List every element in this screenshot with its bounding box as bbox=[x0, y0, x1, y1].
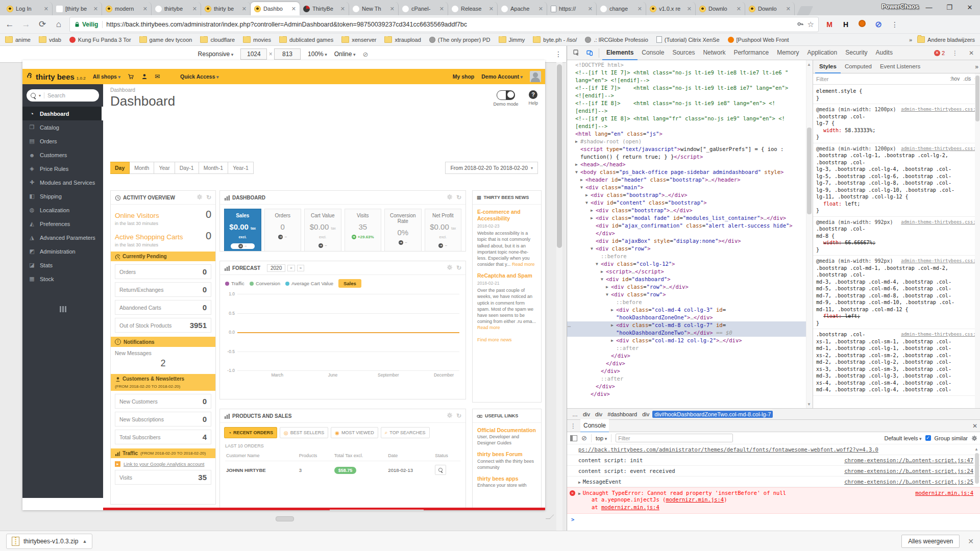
css-source-link[interactable]: admin-theme-thirtybees.css:4 bbox=[901, 106, 978, 113]
bookmark-item[interactable]: byte.ph - /iso/ bbox=[533, 36, 577, 43]
console-settings-icon[interactable] bbox=[971, 435, 977, 441]
h-extension-icon[interactable]: H bbox=[840, 20, 851, 29]
tree-line[interactable]: ▶<div class="col-md-4 col-lg-3" id= bbox=[567, 306, 806, 314]
tree-line[interactable]: <!--[if IE 8]> <html class="no-js lt-ie9… bbox=[567, 99, 806, 107]
bookmark-star-icon[interactable]: ☆ bbox=[807, 20, 814, 29]
tree-line[interactable]: ▶#shadow-root (open) bbox=[567, 138, 806, 145]
css-rule[interactable]: element.style {} bbox=[813, 86, 980, 104]
tree-toggle-icon[interactable]: ▼ bbox=[606, 291, 608, 298]
time-filter-button[interactable]: Year-1 bbox=[228, 162, 254, 174]
tree-line[interactable]: ▶<div class="bootstrap">…</div> bbox=[567, 207, 806, 214]
tree-line[interactable]: ▼<div class="col-lg-12"> bbox=[567, 260, 806, 268]
help-control[interactable]: ? Help bbox=[528, 90, 538, 107]
messages-icon[interactable]: ✉ bbox=[155, 73, 160, 80]
show-all-downloads-button[interactable]: Alles weergeven bbox=[901, 535, 960, 548]
css-source-link[interactable]: admin-theme-thirtybees.css:4 bbox=[901, 258, 978, 265]
traffic-row[interactable]: Visits35 bbox=[115, 470, 211, 485]
bookmark-item[interactable]: Kung Fu Panda 3 Tor bbox=[69, 37, 131, 43]
tree-toggle-icon[interactable]: ▼ bbox=[585, 199, 588, 207]
customers-row[interactable]: New Subscriptions0 bbox=[115, 412, 211, 427]
tree-toggle-icon[interactable]: ▶ bbox=[585, 191, 588, 199]
active-carts-link[interactable]: Active Shopping Carts bbox=[115, 233, 183, 241]
tree-line[interactable]: ::before bbox=[567, 253, 806, 260]
browser-tab[interactable]: https:// ✕ bbox=[547, 2, 597, 15]
bookmark-item[interactable]: .: IRCGlobe Professio bbox=[585, 37, 648, 43]
tree-toggle-icon[interactable]: ▶ bbox=[601, 268, 603, 276]
products-tab[interactable]: ◎BEST SELLERS bbox=[280, 427, 328, 438]
tab-close-icon[interactable]: ✕ bbox=[44, 6, 48, 12]
breadcrumb-node[interactable]: … bbox=[570, 411, 580, 418]
forecast-year-select[interactable]: 2020 bbox=[267, 264, 285, 272]
devtools-panel-tab[interactable]: Elements bbox=[602, 45, 638, 60]
home-button[interactable]: ⌂ bbox=[53, 19, 64, 30]
sidebar-menu-item[interactable]: ◩ Administration bbox=[22, 244, 103, 258]
css-rule[interactable]: admin-theme-thirtybees.css:4@media (min-… bbox=[813, 104, 980, 143]
tree-line[interactable]: lang="en"> <![endif]--> bbox=[567, 77, 806, 84]
bookmark-item[interactable]: [Pushpool Web Front bbox=[728, 37, 789, 43]
devtools-panel-tab[interactable]: Memory bbox=[773, 45, 803, 59]
tab-close-icon[interactable]: ✕ bbox=[390, 6, 395, 12]
devtools-menu-icon[interactable]: ⋮ bbox=[949, 47, 961, 59]
styles-pane-tab[interactable]: Styles bbox=[815, 60, 841, 73]
customers-row[interactable]: Total Subscribers4 bbox=[115, 430, 211, 444]
tree-line[interactable]: ▶<script>…</script> bbox=[567, 268, 806, 276]
panel-refresh-icon[interactable]: ↻ bbox=[456, 264, 461, 271]
tree-line[interactable]: </div> bbox=[567, 390, 806, 398]
browser-tab[interactable]: New Th ✕ bbox=[349, 2, 399, 15]
tree-line[interactable]: </div> bbox=[567, 367, 806, 375]
tree-line[interactable]: ▶<head>…</head> bbox=[567, 161, 806, 168]
tree-toggle-icon[interactable]: ▶ bbox=[611, 306, 614, 314]
log-levels-select[interactable]: Default levels bbox=[885, 435, 922, 441]
bookmark-item[interactable]: xtraupload bbox=[384, 36, 421, 43]
gmail-extension-icon[interactable]: M bbox=[824, 20, 835, 29]
sidebar-menu-item[interactable]: ▤ Orders bbox=[22, 134, 103, 148]
legend-item[interactable]: Average Cart Value bbox=[285, 281, 333, 286]
sidebar-menu-item[interactable]: ✚ Modules and Services bbox=[22, 176, 103, 189]
products-tab[interactable]: ⌕TOP SEARCHES bbox=[381, 427, 430, 438]
devtools-panel-tab[interactable]: Audits bbox=[872, 45, 897, 59]
tree-line[interactable]: </div> bbox=[567, 230, 806, 237]
browser-tab[interactable]: cPanel- ✕ bbox=[399, 2, 448, 15]
hand-extension-icon[interactable] bbox=[856, 20, 868, 29]
bookmark-item[interactable]: movies bbox=[243, 36, 271, 43]
products-tab[interactable]: ◔RECENT ORDERS bbox=[224, 427, 277, 438]
tree-toggle-icon[interactable]: ▼ bbox=[575, 168, 578, 176]
browser-tab[interactable]: Downlo ✕ bbox=[696, 2, 745, 15]
download-menu-caret-icon[interactable]: ▲ bbox=[82, 539, 87, 544]
zoom-select[interactable]: 100% bbox=[308, 51, 327, 58]
tree-toggle-icon[interactable]: ▶ bbox=[591, 207, 593, 214]
demo-mode-toggle[interactable] bbox=[497, 90, 515, 100]
admin-search-box[interactable]: ▾ Search bbox=[27, 89, 99, 102]
console-scroll-up-icon[interactable]: ▲ bbox=[974, 447, 978, 452]
devtools-panel-tab[interactable]: Console bbox=[638, 45, 668, 59]
read-more-link[interactable]: Read more bbox=[477, 325, 500, 330]
pending-row[interactable]: Out of Stock Products3951 bbox=[115, 318, 211, 333]
styles-more-tabs-icon[interactable]: » bbox=[975, 63, 978, 70]
tree-line[interactable]: <div id="ajaxBox" style="display:none"><… bbox=[567, 237, 806, 245]
tree-line[interactable]: ▼<div id="content" class="bootstrap"> bbox=[567, 199, 806, 207]
time-filter-button[interactable]: Day-1 bbox=[175, 162, 199, 174]
tab-close-icon[interactable]: ✕ bbox=[538, 6, 543, 12]
browser-tab[interactable]: Log In ✕ bbox=[3, 2, 53, 15]
tab-close-icon[interactable]: ✕ bbox=[737, 6, 741, 12]
styles-pane-tab[interactable]: Event Listeners bbox=[876, 60, 924, 72]
console-scrollbar-thumb[interactable] bbox=[975, 453, 979, 484]
throttling-select[interactable]: Online bbox=[334, 51, 356, 58]
bookmark-item[interactable]: dublicated games bbox=[279, 36, 333, 43]
breadcrumb-node[interactable]: #dashboard bbox=[605, 411, 639, 418]
devtools-panel-tab[interactable]: Performance bbox=[729, 45, 773, 59]
breadcrumb-active-node[interactable]: div#hookDashboardZoneTwo.col-md-8.col-lg… bbox=[652, 411, 773, 418]
order-row[interactable]: JOHNN HIRTYBE3$58.752018-02-13 bbox=[225, 461, 460, 479]
tree-line[interactable]: "hookDashboardZoneTwo">…</div> == $0 bbox=[567, 329, 806, 337]
security-chip[interactable]: Veilig bbox=[74, 21, 103, 28]
time-filter-button[interactable]: Month-1 bbox=[199, 162, 229, 174]
panel-refresh-icon[interactable]: ↻ bbox=[456, 412, 461, 419]
tree-line[interactable]: <![endif]--> bbox=[567, 92, 806, 99]
bookmark-item[interactable]: Jimmy bbox=[499, 36, 525, 43]
css-source-link[interactable]: admin-theme-thirtybees.css:4 bbox=[901, 145, 978, 153]
time-filter-button[interactable]: Day bbox=[110, 162, 130, 174]
tree-toggle-icon[interactable]: ▼ bbox=[591, 245, 593, 253]
viewport-resize-handle[interactable] bbox=[276, 516, 294, 521]
customer-icon[interactable] bbox=[141, 73, 148, 80]
error-badge[interactable]: ✕2 bbox=[934, 50, 945, 56]
